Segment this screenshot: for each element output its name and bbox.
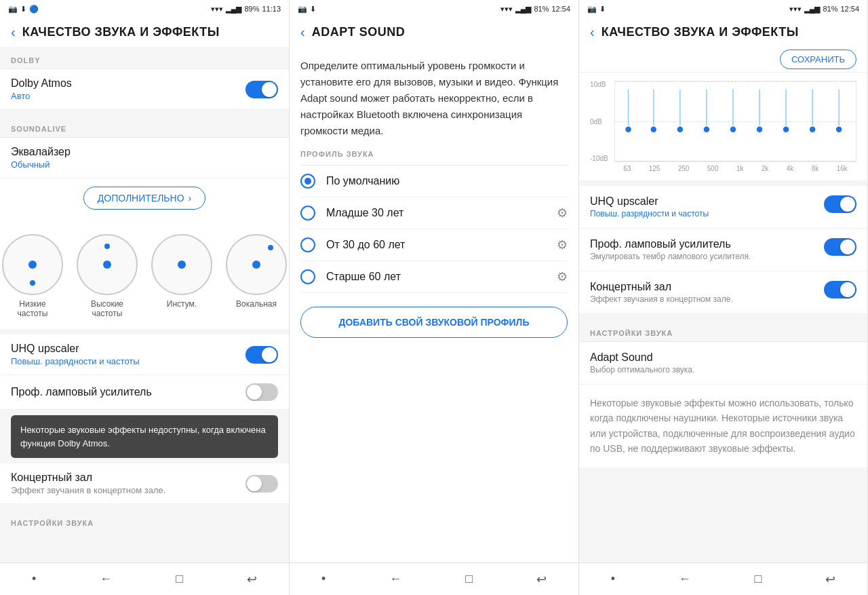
dolby-atmos-row[interactable]: Dolby Atmos Авто [0,69,289,110]
profile-default[interactable]: По умолчанию [300,166,568,197]
download-icon-2: ⬇ [310,5,316,14]
gear-icon-under30[interactable]: ⚙ [557,206,568,220]
nav-dot-3[interactable]: • [611,572,615,586]
dolby-atmos-toggle[interactable] [245,81,278,98]
radio-over60[interactable] [300,269,315,284]
knob-center-2 [103,261,111,269]
wifi-icon-3: ▾▾▾ [789,5,802,14]
radio-30to60[interactable] [300,237,315,252]
knob-dial-4[interactable] [226,234,287,295]
radio-inner-default [304,178,311,185]
toggle-thumb-uhq3 [840,197,855,212]
y-label-0db: 0dB [590,118,608,126]
equalizer-row[interactable]: Эквалайзер Обычный [0,138,289,178]
profile-over60[interactable]: Старше 60 лет ⚙ [300,261,568,293]
status-bar-1: 📷 ⬇ 🔵 ▾▾▾ ▂▄▆ 89% 11:13 [0,0,289,18]
gear-icon-30to60[interactable]: ⚙ [557,237,568,252]
prof-lamp-effect-content: Проф. ламповый усилитель Эмулировать тем… [590,238,751,261]
sound-settings-label-1: НАСТРОЙКИ ЗВУКА [0,510,289,531]
radio-under30[interactable] [300,206,315,220]
prof-lamp-effect-title: Проф. ламповый усилитель [590,238,751,250]
bottom-nav-2: • ← □ ↩ [290,562,578,595]
knob-dial-2[interactable] [77,234,138,295]
concert-toggle-3[interactable] [824,281,856,299]
equalizer-title: Эквалайзер [11,146,71,158]
dot-icon: 🔵 [29,5,39,14]
sound-settings-label-3: НАСТРОЙКИ ЗВУКА [579,320,867,341]
status-left-3: 📷 ⬇ [587,5,606,14]
knob-dial-1[interactable] [2,234,63,295]
concert-effect-title: Концертный зал [590,281,733,293]
panels-container: 📷 ⬇ 🔵 ▾▾▾ ▂▄▆ 89% 11:13 ‹ КАЧЕСТВО ЗВУКА… [0,0,868,595]
knob-dial-3[interactable] [151,234,212,295]
back-button-3[interactable]: ‹ [590,24,595,40]
panel-adapt-sound: 📷 ⬇ ▾▾▾ ▂▄▆ 81% 12:54 ‹ ADAPT SOUND Опре… [290,0,579,595]
uhq-toggle[interactable] [245,346,278,364]
bottom-nav-1: • ← □ ↩ [0,562,289,595]
bottom-nav-3: • ← □ ↩ [579,562,867,595]
nav-home-2[interactable]: □ [465,572,473,586]
x-1k: 1k [736,165,744,172]
add-profile-label: ДОБАВИТЬ СВОЙ ЗВУКОВОЙ ПРОФИЛЬ [339,317,530,328]
profile-left-over60: Старше 60 лет [300,269,401,284]
prof-lamp-row[interactable]: Проф. ламповый усилитель [0,375,289,410]
knob-dot-2 [104,244,110,249]
battery-3: 81% [823,5,837,13]
profile-name-over60: Старше 60 лет [326,271,401,283]
uhq-toggle-3[interactable] [824,195,856,213]
prof-lamp-toggle[interactable] [245,383,278,401]
nav-back-1[interactable]: ← [100,572,112,586]
concert-subtitle: Эффект звучания в концертном зале. [11,485,165,495]
nav-home-1[interactable]: □ [176,572,183,586]
section-label-dolby: DOLBY [0,47,289,69]
time-2: 12:54 [551,5,570,13]
uhq-effect-row[interactable]: UHQ upscaler Повыш. разрядности и частот… [579,186,867,229]
adapt-description: Определите оптимальный уровень громкости… [300,58,568,139]
knob-vocal: Вокальная [226,234,287,318]
y-label-neg10db: -10dB [590,155,608,162]
advanced-button[interactable]: ДОПОЛНИТЕЛЬНО › [83,187,205,210]
section-label-soundalive: SOUNDALIVE [0,115,289,137]
svg-point-3 [650,126,657,133]
profile-under30[interactable]: Младше 30 лет ⚙ [300,197,568,229]
advanced-button-3[interactable]: СОХРАНИТЬ [780,50,856,69]
tooltip-dolby: Некоторые звуковые эффекты недоступны, к… [11,415,278,458]
signal-icon-3: ▂▄▆ [804,5,821,14]
equalizer-chart: 10dB 0dB -10dB [579,73,867,180]
uhq-row[interactable]: UHQ upscaler Повыш. разрядности и частот… [0,334,289,375]
uhq-content: UHQ upscaler Повыш. разрядности и частот… [11,343,140,366]
concert-toggle[interactable] [245,475,278,493]
knobs-area: Низкиечастоты Высокиечастоты Инстум. [0,223,289,329]
nav-recent-2[interactable]: ↩ [536,572,547,587]
profile-left-default: По умолчанию [300,174,399,189]
concert-row[interactable]: Концертный зал Эффект звучания в концерт… [0,463,289,504]
equalizer-content: Эквалайзер Обычный [11,146,71,170]
profile-30to60[interactable]: От 30 до 60 лет ⚙ [300,229,568,261]
prof-lamp-toggle-3[interactable] [824,238,856,256]
back-button-2[interactable]: ‹ [300,24,305,40]
camera-icon-2: 📷 [298,5,307,14]
nav-recent-3[interactable]: ↩ [825,572,835,587]
uhq-effect-subtitle: Повыш. разрядности и частоты [590,209,709,218]
nav-recent-1[interactable]: ↩ [247,572,257,587]
back-button-1[interactable]: ‹ [11,24,16,40]
uhq-effect-title: UHQ upscaler [590,195,709,208]
nav-dot-1[interactable]: • [32,572,36,586]
nav-back-3[interactable]: ← [679,572,691,586]
x-250: 250 [678,165,690,172]
add-profile-button[interactable]: ДОБАВИТЬ СВОЙ ЗВУКОВОЙ ПРОФИЛЬ [300,307,568,338]
knob-label-4: Вокальная [236,299,277,309]
gear-icon-over60[interactable]: ⚙ [557,269,568,284]
adapt-sound-row[interactable]: Adapt Sound Выбор оптимального звука. [579,342,867,385]
panel-sound-effects-3: 📷 ⬇ ▾▾▾ ▂▄▆ 81% 12:54 ‹ КАЧЕСТВО ЗВУКА И… [579,0,868,595]
nav-dot-2[interactable]: • [321,572,326,586]
nav-back-2[interactable]: ← [389,572,401,586]
prof-lamp-effect-row[interactable]: Проф. ламповый усилитель Эмулировать тем… [579,229,867,271]
concert-effect-row[interactable]: Концертный зал Эффект звучания в концерт… [579,271,867,314]
radio-default[interactable] [300,174,315,189]
content-1[interactable]: DOLBY Dolby Atmos Авто SOUNDALIVE Эквала… [0,47,289,562]
prof-lamp-effect-subtitle: Эмулировать тембр лампового усилителя. [590,252,751,261]
profile-name-30to60: От 30 до 60 лет [326,239,405,251]
nav-home-3[interactable]: □ [755,572,762,586]
knob-high-freq: Высокиечастоты [77,234,138,318]
